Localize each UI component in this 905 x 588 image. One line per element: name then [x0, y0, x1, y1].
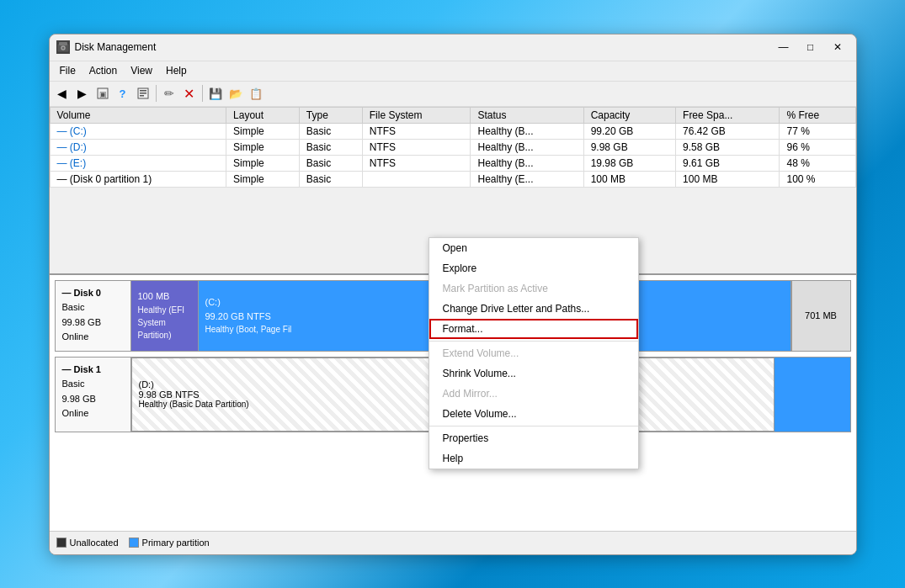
col-capacity[interactable]: Capacity	[583, 107, 675, 123]
disk0-unallocated: 701 MB	[791, 281, 850, 351]
title-bar: Disk Management — □ ✕	[50, 34, 856, 61]
properties-button[interactable]	[134, 84, 152, 103]
menu-help[interactable]: Help	[159, 63, 194, 78]
table-row: 99.20 GB	[583, 123, 675, 139]
context-menu-item-change-drive-letter-and-paths[interactable]: Change Drive Letter and Paths...	[429, 299, 638, 319]
disk0-type: Basic	[62, 300, 124, 315]
table-row[interactable]: — (D:)	[50, 139, 226, 155]
toolbar-pencil[interactable]: ✏	[160, 84, 178, 103]
menu-file[interactable]: File	[53, 63, 83, 78]
table-row: 9.58 GB	[676, 139, 780, 155]
legend-unallocated-box	[56, 538, 67, 548]
disk0-label: — Disk 0 Basic 99.98 GB Online	[56, 281, 131, 351]
context-menu-separator	[429, 426, 638, 426]
toolbar-paste[interactable]: 📋	[247, 84, 265, 103]
col-filesystem[interactable]: File System	[362, 107, 471, 123]
svg-point-3	[61, 47, 64, 50]
table-row[interactable]: — (C:)	[50, 123, 226, 139]
help-toolbar-button[interactable]: ?	[114, 84, 132, 103]
table-row: 100 %	[780, 171, 855, 187]
table-row: Basic	[299, 139, 362, 155]
table-row	[362, 171, 471, 187]
disk0-efi-partition[interactable]: 100 MB Healthy (EFI System Partition)	[131, 281, 199, 351]
disk0-efi-size: 100 MB	[138, 289, 191, 304]
table-row: Simple	[226, 155, 300, 171]
col-type[interactable]: Type	[299, 107, 362, 123]
table-row: NTFS	[362, 139, 471, 155]
col-layout[interactable]: Layout	[226, 107, 300, 123]
legend-primary: Primary partition	[129, 538, 210, 548]
table-row: Basic	[299, 171, 362, 187]
legend-primary-label: Primary partition	[142, 538, 210, 548]
table-row: 100 MB	[676, 171, 780, 187]
legend-unallocated: Unallocated	[56, 538, 119, 548]
menu-view[interactable]: View	[124, 63, 159, 78]
context-menu-item-shrink-volume[interactable]: Shrink Volume...	[429, 363, 638, 384]
svg-text:▣: ▣	[98, 90, 106, 98]
toolbar-separator	[156, 85, 157, 102]
window-controls: — □ ✕	[772, 39, 849, 56]
window-icon	[56, 40, 70, 54]
legend-unallocated-label: Unallocated	[70, 538, 119, 548]
svg-rect-8	[140, 93, 146, 94]
menu-bar: File Action View Help	[50, 61, 856, 82]
toolbar-save[interactable]: 💾	[206, 84, 225, 103]
toolbar-separator-2	[202, 85, 203, 102]
table-row: 76.42 GB	[676, 123, 780, 139]
table-row: Basic	[299, 123, 362, 139]
table-row: 9.98 GB	[583, 139, 675, 155]
table-row: NTFS	[362, 155, 471, 171]
col-freespace[interactable]: Free Spa...	[676, 107, 780, 123]
context-menu-item-extend-volume: Extend Volume...	[429, 343, 638, 363]
table-row: 19.98 GB	[583, 155, 675, 171]
disk0-name: — Disk 0	[62, 286, 124, 301]
context-menu-item-help[interactable]: Help	[429, 448, 638, 469]
context-menu-item-properties[interactable]: Properties	[429, 428, 638, 448]
forward-button[interactable]: ▶	[73, 84, 92, 103]
context-menu-separator	[429, 341, 638, 342]
disk0-size: 99.98 GB	[62, 315, 124, 331]
col-status[interactable]: Status	[471, 107, 583, 123]
legend-primary-box	[129, 538, 139, 548]
table-row: 100 MB	[583, 171, 675, 187]
back-button[interactable]: ◀	[53, 84, 72, 103]
table-row: 48 %	[780, 155, 855, 171]
svg-rect-7	[140, 90, 146, 92]
disk0-unallocated-size: 701 MB	[805, 310, 837, 320]
legend-bar: Unallocated Primary partition	[50, 531, 856, 554]
toolbar-delete[interactable]: ✕	[180, 84, 199, 103]
table-row: Healthy (B...	[471, 123, 583, 139]
disk1-name: — Disk 1	[62, 363, 124, 378]
table-row: 77 %	[780, 123, 855, 139]
menu-action[interactable]: Action	[83, 63, 124, 78]
toolbar: ◀ ▶ ▣ ? ✏ ✕ 💾 📂 📋	[50, 82, 856, 107]
context-menu-item-format[interactable]: Format...	[429, 319, 638, 339]
disk0-efi-label: Healthy (EFI System Partition)	[138, 304, 191, 342]
disk1-unallocated	[775, 358, 850, 432]
table-row: Simple	[226, 139, 300, 155]
toolbar-open[interactable]: 📂	[226, 84, 245, 103]
svg-rect-9	[140, 95, 144, 97]
context-menu-item-delete-volume[interactable]: Delete Volume...	[429, 404, 638, 424]
col-volume[interactable]: Volume	[50, 107, 226, 123]
col-pctfree[interactable]: % Free	[780, 107, 855, 123]
table-row: Simple	[226, 171, 300, 187]
context-menu-item-explore[interactable]: Explore	[429, 258, 638, 278]
table-row[interactable]: — (Disk 0 partition 1)	[50, 171, 226, 187]
maximize-button[interactable]: □	[799, 39, 822, 56]
table-row: Healthy (B...	[471, 139, 583, 155]
window-title: Disk Management	[75, 41, 772, 53]
table-row: Basic	[299, 155, 362, 171]
up-button[interactable]: ▣	[93, 84, 112, 103]
disk1-label: — Disk 1 Basic 9.98 GB Online	[56, 358, 131, 432]
close-button[interactable]: ✕	[826, 39, 849, 56]
table-row: 96 %	[780, 139, 855, 155]
context-menu-item-open[interactable]: Open	[429, 238, 638, 258]
table-row[interactable]: — (E:)	[50, 155, 226, 171]
minimize-button[interactable]: —	[772, 39, 796, 56]
table-row: NTFS	[362, 123, 471, 139]
table-row: Simple	[226, 123, 300, 139]
disk-management-window: Disk Management — □ ✕ File Action View H…	[49, 34, 857, 555]
volume-table: Volume Layout Type File System Status Ca…	[50, 107, 856, 188]
disk0-status: Online	[62, 330, 124, 345]
